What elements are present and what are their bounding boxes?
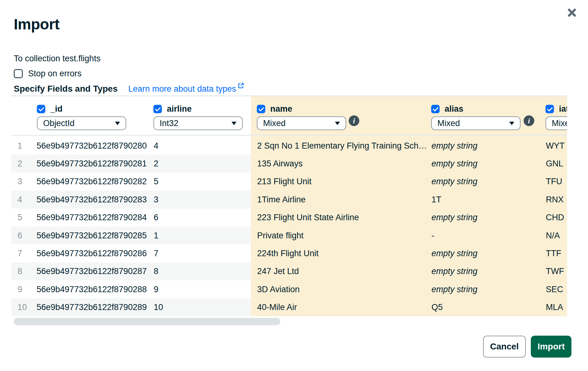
specify-fields-label: Specify Fields and Types [14,84,117,94]
row-number: 7 [17,249,22,258]
cell-airline: 4 [154,141,158,150]
cancel-button[interactable]: Cancel [483,336,526,358]
table-row: 8 56e9b497732b6122f8790287 8 247 Jet Ltd… [11,262,567,280]
table-row: 5 56e9b497732b6122f8790284 6 223 Flight … [11,209,567,226]
cell-alias: empty string [431,177,477,186]
external-link-icon [237,82,244,89]
table-row: 6 56e9b497732b6122f8790285 1 Private fli… [11,226,567,244]
cell-id: 56e9b497732b6122f8790283 [37,195,147,204]
cell-airline: 1 [154,231,158,240]
stop-on-errors-checkbox[interactable] [14,69,23,78]
table-row: 9 56e9b497732b6122f8790288 9 3D Aviation… [11,280,567,298]
chevron-down-icon [232,122,237,125]
row-number: 2 [17,159,22,169]
column-header-name: name Mixed [257,104,346,130]
cell-airline: 6 [154,213,158,222]
cell-id: 56e9b497732b6122f8790289 [37,302,147,312]
table-row: 10 56e9b497732b6122f8790289 10 40-Mile A… [11,298,567,316]
cell-alias: 1T [431,195,441,204]
cell-alias: empty string [431,267,477,276]
cell-airline: 9 [154,284,158,294]
cell-iata: TFU [546,177,562,186]
cell-iata: RNX [546,195,564,204]
cell-iata: SEC [546,284,563,294]
stop-on-errors-row: Stop on errors [14,69,82,79]
checkbox-airline[interactable] [153,105,162,113]
cell-airline: 5 [154,177,158,186]
import-button[interactable]: Import [531,336,571,358]
table-row: 7 56e9b497732b6122f8790286 7 224th Fligh… [11,244,567,262]
column-label-name: name [270,104,292,114]
stop-on-errors-label: Stop on errors [28,69,82,79]
cell-alias: empty string [431,284,477,294]
table-row: 4 56e9b497732b6122f8790283 3 1Time Airli… [11,191,567,208]
table-row: 3 56e9b497732b6122f8790282 5 213 Flight … [11,173,567,191]
checkbox-iata[interactable] [546,105,554,113]
cell-id: 56e9b497732b6122f8790286 [37,249,147,258]
column-label-airline: airline [167,104,192,114]
cell-name: 223 Flight Unit State Airline [257,213,359,222]
cell-name: 1Time Airline [257,195,306,204]
cell-id: 56e9b497732b6122f8790285 [37,231,147,240]
row-number: 6 [17,231,22,240]
cell-airline: 7 [154,249,158,258]
row-number: 9 [17,284,22,294]
column-label-iata: iata [559,104,567,114]
chevron-down-icon [509,122,514,125]
cell-name: 224th Flight Unit [257,249,319,258]
cell-alias: empty string [431,249,477,258]
cell-airline: 3 [154,195,158,204]
type-select-id[interactable]: ObjectId [37,116,126,130]
cell-alias: Q5 [431,302,443,312]
table-row: 2 56e9b497732b6122f8790281 2 135 Airways… [11,155,567,172]
cell-id: 56e9b497732b6122f8790282 [37,177,147,186]
info-icon[interactable]: i [349,115,359,126]
cell-name: 135 Airways [257,159,303,169]
type-select-iata[interactable]: Mixed [546,116,567,130]
checkbox-alias[interactable] [431,105,440,113]
row-number: 8 [17,267,22,276]
checkbox-name[interactable] [257,105,265,113]
preview-table: _id ObjectId airline Int32 [11,95,567,316]
cell-id: 56e9b497732b6122f8790280 [37,141,147,150]
type-select-name[interactable]: Mixed [257,116,346,130]
table-header: _id ObjectId airline Int32 [11,96,567,136]
table-rows: 1 56e9b497732b6122f8790280 4 2 Sqn No 1 … [11,137,567,316]
horizontal-scrollbar-thumb[interactable] [14,318,280,325]
cell-name: 2 Sqn No 1 Elementary Flying Training Sc… [257,141,427,150]
cell-id: 56e9b497732b6122f8790287 [37,267,147,276]
cell-iata: MLA [546,302,563,312]
type-select-alias[interactable]: Mixed [431,116,521,130]
cell-iata: CHD [546,213,564,222]
cell-name: 40-Mile Air [257,302,297,312]
table-row: 1 56e9b497732b6122f8790280 4 2 Sqn No 1 … [11,137,567,155]
column-header-iata: iata Mixed [546,104,567,130]
cell-name: 3D Aviation [257,284,300,294]
cell-name: Private flight [257,231,304,240]
chevron-down-icon [335,122,340,125]
cell-iata: GNL [546,159,563,169]
cell-id: 56e9b497732b6122f8790281 [37,159,147,169]
import-modal: Import To collection test.flights Stop o… [0,0,588,371]
row-number: 3 [17,177,22,186]
column-label-alias: alias [445,104,463,114]
checkbox-id[interactable] [37,105,45,113]
row-number: 10 [17,302,27,312]
row-number: 1 [17,141,22,150]
cell-alias: empty string [431,141,477,150]
cell-airline: 2 [154,159,158,169]
cell-id: 56e9b497732b6122f8790284 [37,213,147,222]
column-header-alias: alias Mixed [431,104,521,130]
cell-iata: TTF [546,249,561,258]
close-icon[interactable] [565,6,579,19]
cell-iata: TWF [546,267,564,276]
column-header-airline: airline Int32 [153,104,243,130]
type-select-airline[interactable]: Int32 [153,116,243,130]
cell-airline: 10 [154,302,163,312]
learn-more-link[interactable]: Learn more about data types [128,84,244,94]
row-number: 4 [17,195,22,204]
specify-fields-row: Specify Fields and Types Learn more abou… [14,84,244,94]
info-icon[interactable]: i [524,115,534,126]
row-number: 5 [17,213,22,222]
column-label-id: _id [50,104,62,114]
